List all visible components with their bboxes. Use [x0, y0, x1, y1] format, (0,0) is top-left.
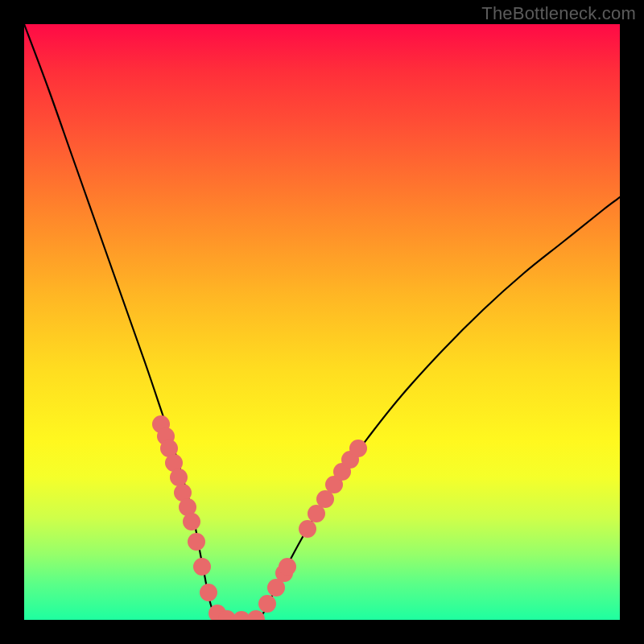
highlight-dot	[279, 558, 296, 576]
bottleneck-curve	[24, 24, 620, 620]
highlight-dot	[299, 520, 316, 538]
chart-frame: TheBottleneck.com	[0, 0, 644, 644]
highlight-dot	[193, 558, 211, 576]
highlight-dot	[258, 595, 276, 613]
watermark-text: TheBottleneck.com	[481, 3, 636, 24]
highlight-dot	[188, 533, 205, 551]
highlight-dot	[247, 610, 265, 620]
highlight-dot	[183, 513, 200, 530]
plot-area	[24, 24, 620, 620]
highlight-dot	[349, 440, 367, 457]
highlight-dot	[170, 469, 188, 486]
highlight-dot	[200, 584, 217, 601]
highlight-dots	[152, 415, 367, 620]
curve-layer	[24, 24, 620, 620]
